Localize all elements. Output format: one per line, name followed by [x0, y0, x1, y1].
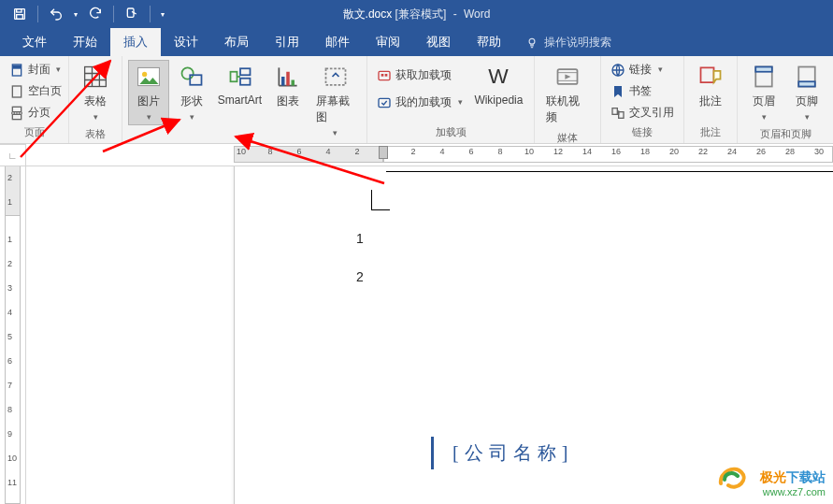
- svg-rect-35: [798, 81, 815, 86]
- svg-rect-19: [286, 72, 290, 86]
- pictures-button[interactable]: 图片 ▾: [128, 60, 169, 125]
- bookmark-button[interactable]: 书签: [607, 81, 678, 101]
- svg-rect-16: [240, 68, 251, 75]
- header-button[interactable]: 页眉 ▾: [743, 60, 784, 125]
- ruler-indent-marker[interactable]: [379, 146, 388, 159]
- link-button[interactable]: 链接▾: [607, 60, 678, 79]
- document-canvas[interactable]: 1 2 [公司名称]: [26, 166, 833, 504]
- company-placeholder[interactable]: [公司名称]: [431, 437, 592, 469]
- svg-rect-10: [85, 67, 107, 87]
- page-break-button[interactable]: 分页: [6, 103, 65, 122]
- svg-rect-30: [619, 111, 624, 118]
- svg-rect-15: [230, 72, 237, 82]
- get-addins-button[interactable]: 获取加载项: [373, 65, 467, 85]
- redo-button[interactable]: [83, 2, 108, 26]
- tab-help[interactable]: 帮助: [464, 28, 514, 56]
- svg-rect-17: [240, 79, 251, 85]
- watermark: 极光下载站 www.xz7.com: [760, 468, 826, 498]
- group-label-pages: 页面: [6, 123, 63, 141]
- text-cursor: [371, 190, 390, 210]
- customize-qat-button[interactable]: ▾: [156, 2, 169, 26]
- tab-insert[interactable]: 插入: [110, 28, 161, 56]
- svg-rect-2: [17, 15, 23, 20]
- svg-rect-21: [325, 68, 345, 85]
- undo-button[interactable]: [44, 2, 68, 26]
- svg-rect-22: [379, 71, 390, 79]
- tab-design[interactable]: 设计: [161, 28, 211, 56]
- cross-reference-button[interactable]: 交叉引用: [607, 103, 678, 122]
- svg-rect-20: [291, 80, 294, 86]
- table-button[interactable]: 表格 ▾: [75, 60, 116, 125]
- tab-references[interactable]: 引用: [262, 28, 312, 56]
- svg-point-13: [182, 67, 194, 79]
- svg-rect-29: [612, 108, 617, 114]
- tab-mailings[interactable]: 邮件: [312, 28, 363, 56]
- horizontal-ruler[interactable]: 10864224681012141618202224262830: [234, 144, 833, 166]
- svg-rect-18: [281, 77, 285, 86]
- online-video-button[interactable]: 联机视频: [540, 60, 595, 129]
- tab-view[interactable]: 视图: [413, 28, 464, 56]
- touch-mouse-mode-button[interactable]: [120, 2, 144, 26]
- shapes-button[interactable]: 形状 ▾: [171, 60, 212, 125]
- wikipedia-button[interactable]: W Wikipedia: [468, 60, 528, 110]
- watermark-swirl-icon: [717, 463, 749, 491]
- doc-text-1: 1: [356, 231, 364, 246]
- chart-button[interactable]: 图表: [267, 60, 309, 113]
- tell-me-search[interactable]: 操作说明搜索: [514, 29, 623, 56]
- tab-review[interactable]: 审阅: [363, 28, 413, 56]
- my-addins-button[interactable]: 我的加载项▾: [373, 93, 467, 112]
- svg-point-12: [142, 72, 147, 77]
- svg-rect-31: [701, 67, 714, 82]
- footer-button[interactable]: 页脚 ▾: [786, 60, 827, 125]
- svg-rect-33: [755, 67, 772, 72]
- group-label-addins: 加载项: [373, 123, 528, 141]
- blank-page-button[interactable]: 空白页: [6, 81, 65, 101]
- svg-rect-25: [379, 98, 390, 107]
- svg-rect-8: [12, 107, 21, 111]
- svg-point-4: [529, 38, 535, 44]
- doc-text-2: 2: [356, 269, 364, 284]
- group-label-comments: 批注: [690, 123, 731, 141]
- save-button[interactable]: [7, 2, 32, 26]
- svg-rect-7: [12, 86, 21, 97]
- group-label-headerfooter: 页眉和页脚: [743, 125, 827, 143]
- tab-layout[interactable]: 布局: [211, 28, 262, 56]
- smartart-button[interactable]: SmartArt: [214, 60, 265, 110]
- cover-page-button[interactable]: 封面▾: [6, 60, 65, 79]
- svg-rect-1: [17, 9, 22, 12]
- group-label-tables: 表格: [75, 125, 116, 143]
- tab-home[interactable]: 开始: [60, 28, 110, 56]
- header-rule: [386, 171, 833, 172]
- tab-selector[interactable]: ∟: [0, 144, 26, 166]
- screenshot-button[interactable]: 屏幕截图 ▾: [310, 60, 362, 141]
- svg-rect-9: [12, 114, 21, 119]
- page: 1 2 [公司名称]: [234, 166, 833, 504]
- svg-text:W: W: [489, 64, 510, 88]
- vertical-ruler[interactable]: 21123456789101112: [0, 166, 26, 504]
- comment-button[interactable]: 批注: [690, 60, 731, 113]
- group-label-links: 链接: [607, 123, 678, 141]
- tab-file[interactable]: 文件: [9, 28, 60, 56]
- window-title: 散文.docx [兼容模式] - Word: [343, 7, 491, 22]
- svg-rect-6: [14, 65, 21, 68]
- svg-rect-23: [381, 74, 384, 77]
- undo-dropdown[interactable]: ▾: [70, 2, 81, 26]
- svg-rect-24: [385, 74, 388, 77]
